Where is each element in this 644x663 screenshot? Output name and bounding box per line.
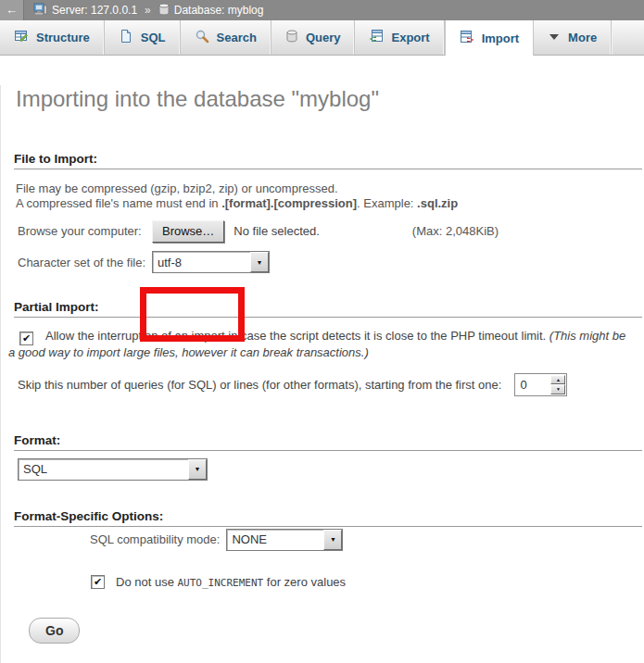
dropdown-arrow-icon: ▼ <box>323 530 342 550</box>
compression-line2-mid: . Example: <box>357 196 417 210</box>
max-size-note: (Max: 2,048KiB) <box>412 224 499 238</box>
section-heading-format-options: Format-Specific Options: <box>14 509 642 527</box>
tab-import[interactable]: Import <box>445 20 534 56</box>
export-icon <box>369 29 384 46</box>
database-icon <box>158 3 170 19</box>
charset-label: Character set of the file: <box>18 256 152 269</box>
server-icon <box>33 3 47 19</box>
sql-compatibility-select[interactable]: NONE ▼ <box>226 529 343 551</box>
breadcrumb-server-link[interactable]: Server: 127.0.0.1 <box>52 4 137 17</box>
browse-label: Browse your computer: <box>18 224 152 238</box>
charset-selected-value: utf-8 <box>153 252 250 272</box>
import-icon <box>460 30 474 47</box>
skip-queries-row: Skip this number of queries (for SQL) or… <box>18 373 644 396</box>
section-heading-format: Format: <box>14 433 642 451</box>
chevron-down-icon <box>548 31 561 44</box>
compression-format-pattern: .[format].[compression] <box>221 196 357 210</box>
browse-row: Browse your computer: Browse… No file se… <box>18 219 644 243</box>
auto-increment-row: ✔ Do not use AUTO_INCREMENT for zero val… <box>91 575 644 589</box>
allow-interruption-checkbox[interactable]: ✔ <box>19 332 33 345</box>
tab-export[interactable]: Export <box>355 20 444 55</box>
no-file-selected-text: No file selected. <box>234 224 320 238</box>
allow-interruption-text: Allow the interruption of an import in c… <box>45 329 549 343</box>
skip-queries-input[interactable] <box>515 374 549 395</box>
spinner-up-button[interactable]: ▲ <box>550 375 565 385</box>
breadcrumb-bar: ← Server: 127.0.0.1 » Database: myblog <box>0 0 644 20</box>
tab-label: Query <box>306 31 341 44</box>
compression-line1: File may be compressed (gzip, bzip2, zip… <box>16 181 338 195</box>
tab-label: SQL <box>141 31 166 44</box>
auto-increment-checkbox[interactable]: ✔ <box>91 575 105 589</box>
charset-row: Character set of the file: utf-8 ▼ <box>18 251 644 273</box>
tab-structure[interactable]: Structure <box>0 20 105 55</box>
tab-label: More <box>568 31 597 44</box>
tab-label: Export <box>391 31 429 44</box>
tab-bar: Structure SQL Search Query Export Import <box>0 20 644 56</box>
breadcrumb: Server: 127.0.0.1 » Database: myblog <box>33 3 263 19</box>
browse-button[interactable]: Browse… <box>152 220 224 243</box>
tab-label: Search <box>217 31 257 44</box>
tab-label: Structure <box>36 31 90 44</box>
compression-line2-prefix: A compressed file's name must end in <box>16 196 221 210</box>
section-heading-file-to-import: File to Import: <box>14 152 642 169</box>
tab-more[interactable]: More <box>534 20 612 55</box>
sql-compatibility-row: SQL compatibility mode: NONE ▼ <box>90 529 644 551</box>
breadcrumb-separator: » <box>145 4 151 17</box>
format-selected-value: SQL <box>19 459 188 480</box>
skip-queries-label: Skip this number of queries (for SQL) or… <box>18 378 501 392</box>
sql-compatibility-label: SQL compatibility mode: <box>90 532 220 546</box>
compression-help-text: File may be compressed (gzip, bzip2, zip… <box>16 181 635 210</box>
dropdown-arrow-icon: ▼ <box>188 459 207 480</box>
breadcrumb-database-link[interactable]: Database: myblog <box>174 4 264 17</box>
section-heading-partial-import: Partial Import: <box>14 300 642 318</box>
auto-increment-prefix: Do not use <box>116 575 178 589</box>
compression-example: .sql.zip <box>417 196 458 210</box>
import-page: Importing into the database "myblog" Fil… <box>0 85 644 663</box>
skip-queries-stepper: ▲ ▼ <box>514 373 567 396</box>
tab-bar-filler <box>612 20 644 55</box>
go-button[interactable]: Go <box>29 618 80 644</box>
structure-icon <box>14 29 29 46</box>
search-icon <box>195 29 209 46</box>
format-select[interactable]: SQL ▼ <box>18 458 208 481</box>
page-title: Importing into the database "myblog" <box>16 85 644 113</box>
tab-label: Import <box>482 31 519 45</box>
tab-sql[interactable]: SQL <box>105 20 181 55</box>
dropdown-arrow-icon: ▼ <box>250 252 269 272</box>
spinner-down-button[interactable]: ▼ <box>550 384 565 394</box>
charset-select[interactable]: utf-8 ▼ <box>152 251 270 273</box>
tab-search[interactable]: Search <box>181 20 271 55</box>
sql-icon <box>119 29 133 46</box>
spinner-buttons: ▲ ▼ <box>550 375 565 394</box>
back-button[interactable]: ← <box>0 0 24 20</box>
query-icon <box>285 29 298 46</box>
auto-increment-code: AUTO_INCREMENT <box>178 577 264 589</box>
tab-query[interactable]: Query <box>271 20 356 55</box>
allow-interruption-row: ✔Allow the interruption of an import in … <box>8 329 635 361</box>
auto-increment-label: Do not use AUTO_INCREMENT for zero value… <box>116 575 346 589</box>
sql-compatibility-selected-value: NONE <box>227 530 323 550</box>
auto-increment-suffix: for zero values <box>263 575 346 589</box>
